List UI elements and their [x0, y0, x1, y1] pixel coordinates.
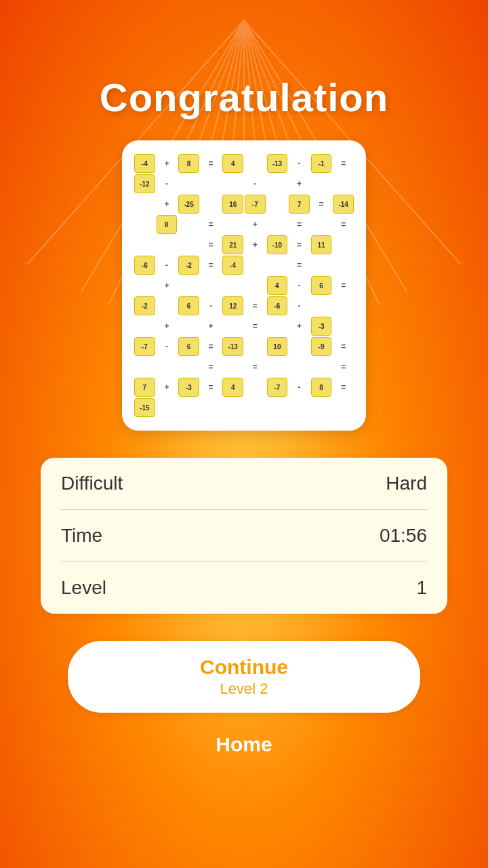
grid-cell: -9 — [311, 337, 332, 356]
grid-cell: + — [157, 154, 178, 173]
grid-cell: 8 — [157, 215, 178, 234]
grid-cell — [178, 317, 199, 336]
grid-cell — [267, 174, 288, 193]
grid-cell: - — [289, 378, 310, 397]
grid-cell — [245, 154, 266, 173]
grid-cell: - — [245, 174, 266, 193]
grid-cell — [222, 276, 243, 295]
grid-cell — [134, 357, 155, 376]
home-button[interactable]: Home — [216, 733, 272, 756]
grid-cell: 7 — [134, 378, 155, 397]
grid-cell: + — [289, 174, 310, 193]
grid-cell — [157, 235, 178, 254]
grid-cell: -3 — [311, 317, 332, 336]
grid-cell: = — [201, 357, 222, 376]
grid-cell: = — [333, 276, 354, 295]
grid-cell — [222, 174, 243, 193]
grid-cell — [134, 317, 155, 336]
grid-cell — [267, 317, 288, 336]
grid-cell — [245, 256, 266, 275]
grid-cell: = — [333, 357, 354, 376]
grid-cell — [157, 357, 178, 376]
grid-cell: -15 — [134, 398, 155, 417]
grid-cell: -2 — [178, 256, 199, 275]
grid-cell — [267, 215, 288, 234]
grid-cell: -7 — [245, 195, 266, 214]
congratulation-title: Congratulation — [100, 75, 388, 120]
grid-cell — [201, 276, 222, 295]
grid-cell: -7 — [134, 337, 155, 356]
grid-cell: = — [333, 215, 354, 234]
grid-cell: + — [245, 235, 266, 254]
grid-cell — [333, 256, 354, 275]
grid-cell: - — [289, 296, 310, 315]
grid-cell — [333, 296, 354, 315]
grid-cell: = — [245, 357, 266, 376]
grid-cell: = — [289, 256, 310, 275]
grid-cell — [333, 235, 354, 254]
difficult-value: Hard — [386, 473, 427, 494]
continue-sub-label: Level 2 — [220, 680, 268, 698]
grid-cell: 6 — [311, 276, 332, 295]
grid-cell: -7 — [267, 378, 288, 397]
grid-cell: 4 — [267, 276, 288, 295]
grid-cell — [289, 337, 310, 356]
grid-cell — [222, 317, 243, 336]
grid-cell: - — [201, 296, 222, 315]
grid-cell: 7 — [289, 195, 310, 214]
grid-cell: + — [157, 378, 178, 397]
grid-cell — [222, 357, 243, 376]
grid-cell: = — [201, 215, 222, 234]
grid-cell — [333, 174, 354, 193]
time-label: Time — [61, 525, 102, 547]
grid-cell: = — [201, 378, 222, 397]
grid-cell — [134, 215, 155, 234]
grid-cell: 6 — [178, 337, 199, 356]
grid-cell: - — [289, 276, 310, 295]
grid-cell: = — [245, 296, 266, 315]
puzzle-card: -4+8=4-13--1=-12--++-2516-77=-148=+===21… — [122, 140, 366, 431]
grid-cell: + — [245, 215, 266, 234]
level-label: Level — [61, 577, 106, 599]
continue-main-label: Continue — [200, 656, 288, 679]
grid-cell: -6 — [134, 256, 155, 275]
grid-cell: 4 — [222, 154, 243, 173]
grid-cell: = — [245, 317, 266, 336]
grid-cell: -2 — [134, 296, 155, 315]
grid-cell — [245, 276, 266, 295]
grid-cell: -1 — [311, 154, 332, 173]
grid-cell — [222, 215, 243, 234]
grid-cell — [267, 357, 288, 376]
grid-cell — [245, 337, 266, 356]
grid-cell: = — [333, 337, 354, 356]
grid-cell: 8 — [311, 378, 332, 397]
grid-cell: = — [201, 256, 222, 275]
grid-cell — [311, 357, 332, 376]
grid-cell — [178, 276, 199, 295]
grid-cell: = — [333, 154, 354, 173]
grid-cell — [178, 235, 199, 254]
grid-cell — [178, 215, 199, 234]
grid-cell: - — [289, 154, 310, 173]
grid-cell: -14 — [333, 195, 354, 214]
grid-cell — [201, 195, 222, 214]
grid-cell: -10 — [267, 235, 288, 254]
grid-cell: 6 — [178, 296, 199, 315]
continue-button[interactable]: Continue Level 2 — [68, 641, 420, 713]
grid-cell: = — [201, 235, 222, 254]
grid-cell — [267, 256, 288, 275]
grid-cell — [311, 296, 332, 315]
grid-cell: = — [201, 337, 222, 356]
grid-cell: 12 — [222, 296, 243, 315]
grid-cell — [178, 174, 199, 193]
grid-cell: - — [157, 337, 178, 356]
puzzle-grid: -4+8=4-13--1=-12--++-2516-77=-148=+===21… — [134, 154, 354, 417]
grid-cell — [201, 174, 222, 193]
grid-cell: + — [157, 195, 178, 214]
grid-cell: -4 — [222, 256, 243, 275]
grid-cell: 11 — [311, 235, 332, 254]
grid-cell: = — [289, 235, 310, 254]
difficult-label: Difficult — [61, 473, 123, 494]
grid-cell: 8 — [178, 154, 199, 173]
grid-cell: + — [157, 317, 178, 336]
